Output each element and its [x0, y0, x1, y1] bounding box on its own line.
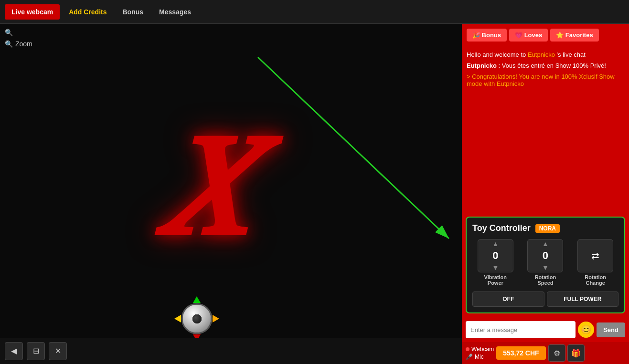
tab-messages[interactable]: Messages — [152, 4, 198, 20]
rotation-down-chevron[interactable]: ▼ — [542, 264, 549, 271]
rotation-change-control: ⇄ RotationChange — [577, 239, 613, 286]
x-logo: 𝑋 — [160, 115, 247, 259]
mic-icon: 🎤 — [466, 354, 473, 360]
left-sidebar: 🔍 🔍 Zoom — [0, 24, 33, 52]
webcam-text: Webcam — [471, 346, 494, 353]
rotation-change-box[interactable]: ⇄ — [577, 239, 613, 272]
vibration-down-chevron[interactable]: ▼ — [492, 264, 499, 271]
welcome-suffix: 's live chat — [555, 51, 586, 58]
loves-button[interactable]: 💗 Loves — [509, 29, 548, 42]
tab-bonus[interactable]: Bonus — [116, 4, 150, 20]
nora-badge: NORA — [535, 224, 560, 233]
arrow-up — [193, 296, 201, 303]
search-icon[interactable]: 🔍 — [5, 29, 29, 36]
vibration-power-box[interactable]: ▲ 0 ▼ — [478, 239, 513, 272]
vibration-up-chevron[interactable]: ▲ — [492, 240, 499, 248]
vibration-value: 0 — [492, 250, 498, 262]
brand-logo: 𝑋 — [160, 115, 247, 259]
settings-action-btn[interactable]: ⚙ — [548, 344, 565, 362]
rotation-speed-label: RotationSpeed — [535, 274, 556, 286]
toy-controller-title: Toy Controller — [472, 223, 531, 233]
webcam-label: Webcam — [466, 346, 494, 353]
send-button[interactable]: Send — [597, 322, 625, 337]
chat-area: Hello and welcome to Eutpnicko 's live c… — [462, 46, 629, 213]
toy-body — [181, 303, 213, 334]
zoom-icon[interactable]: 🔍 Zoom — [5, 40, 29, 48]
top-nav: Live webcam Add Credits Bonus Messages — [0, 0, 629, 24]
message-input[interactable] — [466, 321, 576, 338]
emoji-button[interactable]: 😊 — [578, 322, 594, 338]
mic-text: Mic — [475, 354, 484, 360]
play-btn[interactable]: ◀ — [5, 342, 23, 360]
main-layout: 🔍 🔍 Zoom 𝑋 — [0, 24, 629, 364]
rotation-change-label: RotationChange — [585, 274, 606, 286]
toy-controller: Toy Controller NORA ▲ 0 ▼ VibrationPower — [466, 217, 625, 313]
arrow-right — [213, 315, 219, 322]
tab-add-credits[interactable]: Add Credits — [62, 4, 113, 20]
rotation-up-chevron[interactable]: ▲ — [542, 240, 549, 248]
webcam-mic-labels: Webcam 🎤 Mic — [466, 346, 494, 360]
svg-line-1 — [258, 57, 449, 239]
action-buttons: ⚙ 🎁 — [548, 344, 585, 362]
arrow-left — [174, 315, 181, 322]
vibration-label: VibrationPower — [484, 274, 507, 286]
toy-buttons: OFF FULL POWER — [472, 291, 618, 307]
username-link[interactable]: Eutpnicko — [528, 51, 555, 58]
full-power-button[interactable]: FULL POWER — [547, 291, 619, 307]
rotation-speed-box[interactable]: ▲ 0 ▼ — [527, 239, 563, 272]
chat-message-1: Eutpnicko : Vous êtes entré en Show 100%… — [467, 62, 624, 69]
vibration-power-control: ▲ 0 ▼ VibrationPower — [478, 239, 513, 286]
toy-controller-header: Toy Controller NORA — [472, 223, 618, 233]
chat-text: : Vous êtes entré en Show 100% Privé! — [497, 62, 606, 69]
toy-object — [175, 297, 218, 340]
right-sidebar: 🎉 Bonus 💗 Loves ⭐ Favorites Hello and we… — [462, 24, 629, 364]
toy-controls: ▲ 0 ▼ VibrationPower ▲ 0 ▼ RotationSpeed — [472, 239, 618, 286]
webcam-bottom-bar: ◀ ⊟ ✕ — [0, 338, 462, 364]
welcome-message: Hello and welcome to Eutpnicko 's live c… — [467, 51, 624, 58]
mic-label: 🎤 Mic — [466, 354, 494, 360]
settings-btn[interactable]: ⊟ — [27, 342, 45, 360]
sidebar-top-buttons: 🎉 Bonus 💗 Loves ⭐ Favorites — [462, 24, 629, 46]
zoom-label: Zoom — [15, 40, 32, 48]
congrats-message: > Congratulations! You are now in 100% X… — [467, 73, 624, 87]
favorites-button[interactable]: ⭐ Favorites — [550, 29, 598, 42]
message-input-area: 😊 Send — [462, 317, 629, 342]
webcam-status-dot — [466, 347, 469, 351]
welcome-prefix: Hello and welcome to — [467, 51, 528, 58]
close-btn[interactable]: ✕ — [49, 342, 67, 360]
gift-action-btn[interactable]: 🎁 — [567, 344, 585, 362]
chat-sender: Eutpnicko — [467, 62, 497, 69]
toy-arrows — [175, 297, 218, 340]
webcam-area: 🔍 🔍 Zoom 𝑋 — [0, 24, 462, 364]
rotation-speed-control: ▲ 0 ▼ RotationSpeed — [527, 239, 563, 286]
rotation-value: 0 — [543, 250, 548, 262]
rotation-change-icon: ⇄ — [591, 250, 599, 261]
toy-lens — [192, 314, 202, 323]
bonus-button[interactable]: 🎉 Bonus — [467, 29, 507, 42]
sidebar-bottom-row: Webcam 🎤 Mic 553,72 CHF ⚙ 🎁 — [462, 342, 629, 364]
off-button[interactable]: OFF — [472, 291, 544, 307]
credits-display: 553,72 CHF — [496, 346, 545, 360]
tab-live-webcam[interactable]: Live webcam — [5, 4, 60, 20]
